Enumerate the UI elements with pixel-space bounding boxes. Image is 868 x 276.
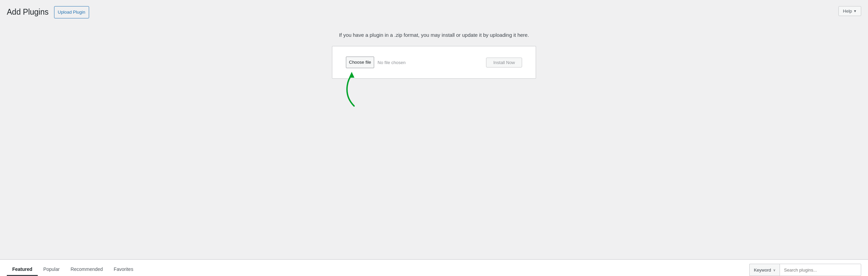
- search-type-select[interactable]: Keyword ∨: [749, 264, 780, 276]
- keyword-chevron-icon: ∨: [773, 268, 775, 272]
- choose-file-button[interactable]: Choose file: [346, 57, 374, 68]
- upload-description: If you have a plugin in a .zip format, y…: [339, 32, 529, 38]
- install-now-button[interactable]: Install Now: [486, 58, 522, 67]
- upload-section: If you have a plugin in a .zip format, y…: [0, 22, 868, 109]
- file-input-area: Choose file No file chosen: [346, 57, 405, 68]
- page-header: Add Plugins Upload Plugin: [0, 0, 868, 22]
- arrow-container: [332, 75, 536, 109]
- tabs-row: Featured Popular Recommended Favorites K…: [7, 260, 861, 276]
- tabs-right: Keyword ∨: [749, 264, 861, 276]
- tabs-section: Featured Popular Recommended Favorites K…: [0, 259, 868, 276]
- help-chevron-icon: ▼: [853, 9, 857, 13]
- page-title: Add Plugins: [7, 7, 49, 17]
- green-arrow-icon: [335, 70, 366, 108]
- upload-plugin-button[interactable]: Upload Plugin: [54, 6, 89, 18]
- help-label: Help: [843, 9, 852, 14]
- page-wrapper: Help ▼ Add Plugins Upload Plugin If you …: [0, 0, 868, 276]
- tabs-left: Featured Popular Recommended Favorites: [7, 264, 139, 276]
- tab-favorites[interactable]: Favorites: [108, 264, 139, 276]
- tab-recommended[interactable]: Recommended: [65, 264, 108, 276]
- help-button[interactable]: Help ▼: [838, 6, 861, 16]
- svg-marker-0: [349, 72, 354, 78]
- search-plugins-input[interactable]: [780, 264, 861, 276]
- search-type-label: Keyword: [754, 267, 771, 273]
- header-left: Add Plugins Upload Plugin: [7, 6, 89, 18]
- tab-popular[interactable]: Popular: [38, 264, 65, 276]
- tab-featured[interactable]: Featured: [7, 264, 38, 276]
- no-file-text: No file chosen: [378, 60, 405, 65]
